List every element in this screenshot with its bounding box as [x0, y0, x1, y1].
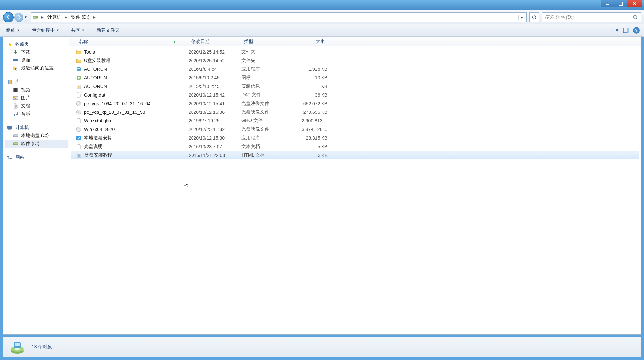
breadcrumb-drive[interactable]: 软件 (D:) — [70, 14, 90, 21]
forward-button[interactable] — [14, 13, 23, 22]
file-rows[interactable]: Tools2020/12/25 14:52文件夹U盘安装教程2020/12/25… — [69, 46, 641, 334]
file-name: AUTORUN — [84, 84, 107, 89]
chevron-right-icon: ▶ — [40, 15, 44, 19]
iso-icon — [76, 101, 81, 106]
status-bar: 13 个对象 — [3, 337, 641, 357]
new-folder-button[interactable]: 新建文件夹 — [95, 26, 122, 34]
svg-rect-16 — [15, 62, 17, 62]
file-row[interactable]: Config.dat2020/10/12 15:42DAT 文件36 KB — [69, 91, 641, 99]
file-row[interactable]: pe_yqs_xp_20_07_31_15_532020/10/12 15:36… — [69, 108, 641, 116]
file-name: Tools — [84, 49, 95, 55]
sidebar-item-videos[interactable]: 视频 — [5, 86, 68, 94]
share-menu[interactable]: 共享▼ — [69, 26, 87, 34]
svg-rect-29 — [9, 129, 11, 129]
html-icon — [76, 153, 82, 158]
file-row[interactable]: 本地硬盘安装2020/10/12 15:30应用程序28,315 KB — [69, 134, 641, 142]
file-row[interactable]: AUTORUN2016/1/8 4:54应用程序1,926 KB — [69, 65, 641, 73]
chevron-right-icon: ▶ — [64, 15, 68, 19]
view-menu[interactable]: ▼ — [612, 27, 619, 34]
favorites-header[interactable]: ★ 收藏夹 — [5, 40, 68, 48]
svg-rect-48 — [76, 136, 81, 140]
close-button[interactable] — [627, 0, 642, 7]
file-type: 文件夹 — [241, 58, 291, 64]
sidebar-item-documents[interactable]: 文档 — [5, 102, 68, 110]
file-row[interactable]: Win7x64_20202020/12/25 11:32光盘映像文件3,874,… — [69, 125, 641, 134]
svg-text:?: ? — [635, 28, 637, 33]
history-dropdown[interactable]: ▼ — [23, 15, 28, 19]
include-in-library-menu[interactable]: 包含到库中▼ — [30, 26, 61, 34]
file-type: 安装信息 — [241, 83, 291, 89]
column-header-name[interactable]: 名称 ▲ — [76, 39, 189, 45]
file-type: GHO 文件 — [241, 118, 291, 124]
file-name: AUTORUN — [84, 75, 107, 80]
column-header-type[interactable]: 类型 — [241, 39, 291, 45]
column-header-size[interactable]: 大小 — [291, 39, 327, 45]
star-icon: ★ — [7, 41, 13, 47]
svg-point-26 — [14, 114, 15, 116]
file-date: 2020/10/12 15:36 — [189, 110, 241, 115]
file-row[interactable]: Win7x64.gho2019/9/7 19:25GHO 文件2,900,813… — [69, 116, 641, 125]
file-date: 2015/5/10 2:45 — [189, 75, 241, 80]
search-box[interactable]: 搜索 软件 (D:) — [542, 12, 641, 22]
sidebar-item-drive-d[interactable]: 软件 (D:) — [5, 140, 68, 148]
drive-icon — [13, 141, 19, 147]
svg-point-27 — [16, 114, 18, 115]
file-name: Win7x64.gho — [84, 118, 111, 123]
sidebar-item-desktop[interactable]: 桌面 — [5, 56, 68, 64]
file-type: HTML 文档 — [242, 152, 291, 158]
address-dropdown[interactable]: ▾ — [518, 15, 525, 20]
column-header-date[interactable]: 修改日期 — [189, 39, 241, 45]
network-group: 网络 — [5, 154, 68, 161]
svg-rect-12 — [627, 28, 629, 33]
svg-point-47 — [78, 129, 79, 130]
computer-header[interactable]: 计算机 — [5, 124, 68, 132]
chevron-down-icon: ▼ — [82, 29, 85, 32]
computer-icon — [7, 125, 13, 131]
svg-rect-35 — [7, 156, 9, 157]
preview-pane-button[interactable] — [623, 27, 630, 34]
file-size: 10 KB — [291, 75, 327, 80]
file-row[interactable]: AUTORUN2015/5/10 2:45安装信息1 KB — [69, 82, 641, 91]
file-date: 2020/12/25 11:32 — [189, 127, 241, 132]
file-row[interactable]: pe_yqs_1064_20_07_31_16_042020/10/12 15:… — [69, 99, 641, 108]
file-date: 2020/10/12 15:41 — [189, 101, 241, 106]
file-name: U盘安装教程 — [84, 58, 110, 64]
file-row[interactable]: Tools2020/12/25 14:52文件夹 — [69, 48, 641, 56]
file-type: 文件夹 — [241, 49, 291, 55]
file-size: 279,696 KB — [291, 110, 327, 115]
sidebar-item-music[interactable]: 音乐 — [5, 110, 68, 118]
svg-rect-30 — [8, 129, 11, 130]
organize-menu[interactable]: 组织▼ — [4, 26, 22, 34]
file-date: 2016/11/21 22:03 — [189, 153, 242, 158]
libraries-header[interactable]: 库 — [5, 78, 68, 86]
svg-point-40 — [78, 77, 80, 79]
file-size: 652,072 KB — [291, 101, 327, 106]
explorer-window: ▼ ▶ 计算机 ▶ 软件 (D:) ▶ ▾ 搜索 软件 (D:) 组织▼ 包含到… — [0, 0, 644, 360]
maximize-button[interactable] — [614, 0, 627, 7]
back-button[interactable] — [3, 12, 14, 22]
address-bar[interactable]: ▶ 计算机 ▶ 软件 (D:) ▶ ▾ — [31, 12, 527, 22]
file-name: AUTORUN — [84, 67, 107, 72]
refresh-button[interactable] — [529, 12, 539, 22]
svg-rect-18 — [8, 80, 9, 84]
file-size: 36 KB — [291, 92, 327, 98]
minimize-button[interactable] — [601, 0, 614, 7]
sidebar-item-downloads[interactable]: 下载 — [5, 48, 68, 56]
help-button[interactable]: ? — [633, 27, 640, 34]
network-icon — [7, 155, 13, 160]
file-row[interactable]: AUTORUN2015/5/10 2:45图标10 KB — [69, 73, 641, 82]
sidebar-item-drive-c[interactable]: 本地磁盘 (C:) — [5, 132, 68, 140]
file-type: 应用程序 — [241, 66, 291, 72]
library-icon — [7, 79, 13, 85]
desktop-icon — [13, 57, 19, 63]
iso-icon — [76, 127, 81, 132]
sidebar-item-pictures[interactable]: 图片 — [5, 94, 68, 102]
file-row[interactable]: 光盘说明2016/10/23 7:07文本文档5 KB — [69, 142, 641, 151]
breadcrumb-computer[interactable]: 计算机 — [46, 14, 62, 21]
file-row[interactable]: 硬盘安装教程2016/11/21 22:03HTML 文档3 KB — [71, 151, 639, 159]
svg-rect-21 — [13, 88, 18, 92]
file-size: 1,926 KB — [291, 67, 327, 72]
file-row[interactable]: U盘安装教程2020/12/25 14:52文件夹 — [69, 56, 641, 65]
sidebar-item-recent[interactable]: 最近访问的位置 — [5, 64, 68, 72]
network-header[interactable]: 网络 — [5, 154, 68, 161]
